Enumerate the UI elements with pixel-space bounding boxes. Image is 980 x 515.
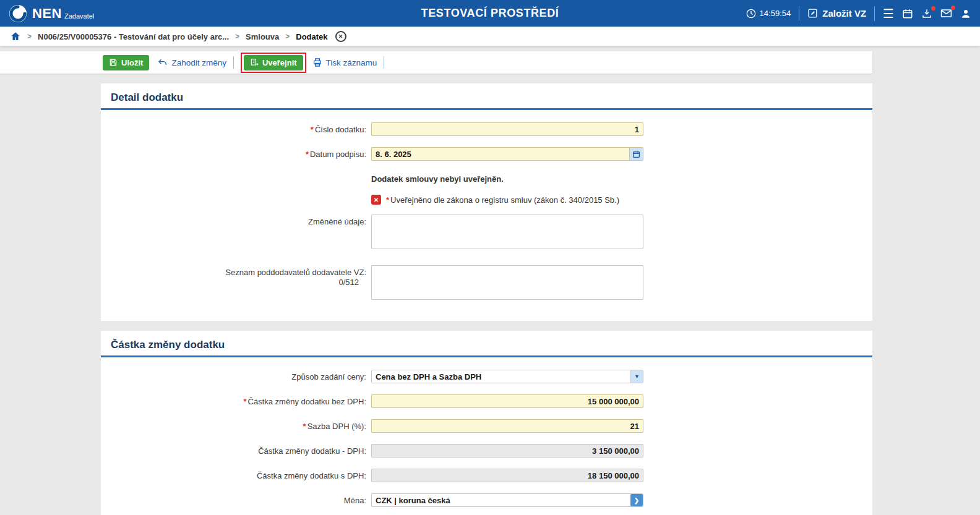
discard-changes-label: Zahodit změny [171,58,226,67]
field-row-castka-s-dph: Částka změny dodatku s DPH: [101,469,872,482]
detail-dodatku-panel: Detail dodatku *Číslo dodatku: *Datum po… [101,83,872,321]
required-marker: * [386,195,389,205]
printer-icon [312,57,322,67]
mail-icon[interactable] [940,7,952,19]
chevron-down-icon: ▼ [630,370,643,383]
field-row-cislo-dodatku: *Číslo dodatku: [101,122,872,136]
field-row-zpusob-zadani-ceny: Způsob zadání ceny: Cena bez DPH a Sazba… [101,370,872,383]
mail-notification-badge [951,6,955,10]
undo-icon [158,57,168,67]
toolbar-divider [233,56,234,69]
create-vz-label: Založit VZ [822,8,866,19]
castka-s-dph-readonly [371,469,643,482]
seznam-poddodavatelu-label: Seznam poddodavatelů dodavatele VZ: 0/51… [101,265,371,302]
edit-square-icon [807,8,818,19]
panel-title: Částka změny dodatku [101,331,872,355]
cislo-dodatku-label: *Číslo dodatku: [101,122,371,136]
field-row-datum-podpisu: *Datum podpisu: [101,147,872,161]
field-row-seznam-poddodavatelu: Seznam poddodavatelů dodavatele VZ: 0/51… [101,265,872,302]
header-divider [799,6,799,21]
sazba-dph-label: *Sazba DPH (%): [101,419,371,433]
brand-name: NEN [32,7,62,20]
registr-smluv-label: *Uveřejněno dle zákona o registru smluv … [386,195,619,205]
record-toolbar: Uložit Zahodit změny Uveřejnit Tisk zázn… [0,51,872,74]
download-notification-badge [931,6,935,11]
datum-podpisu-input[interactable] [372,148,629,160]
toolbar-divider [384,56,384,69]
field-row-zmenene-udaje: Změněné údaje: [101,215,872,252]
environment-title: TESTOVACÍ PROSTŘEDÍ [421,7,559,20]
publish-highlight-annotation: Uveřejnit [241,53,306,73]
header-divider [874,6,875,21]
row-registr-smluv: ✕ *Uveřejněno dle zákona o registru smlu… [101,194,872,205]
calendar-icon[interactable] [902,8,913,19]
breadcrumb-separator: > [235,32,239,41]
discard-changes-button[interactable]: Zahodit změny [158,57,226,67]
brand-subtitle: Zadavatel [64,12,94,20]
panel-title: Detail dodatku [101,83,872,108]
castka-bez-dph-label: *Částka změny dodatku bez DPH: [101,394,371,408]
zmenene-udaje-label: Změněné údaje: [101,215,371,252]
zpusob-zadani-ceny-label: Způsob zadání ceny: [101,370,371,383]
datepicker-calendar-icon[interactable] [629,148,643,160]
save-icon [109,58,118,67]
selected-option: Cena bez DPH a Sazba DPH [372,372,630,381]
user-icon[interactable] [960,8,971,19]
error-x-icon[interactable]: ✕ [371,195,381,205]
publish-button[interactable]: Uveřejnit [244,55,303,70]
field-row-mena: Měna: CZK | koruna česká ❯ [101,493,872,507]
download-icon[interactable] [921,8,932,19]
create-vz-button[interactable]: Založit VZ [807,8,866,19]
field-row-sazba-dph: *Sazba DPH (%): [101,419,872,433]
nen-logo[interactable]: NEN Zadavatel [9,4,94,23]
char-counter: 0/512 [338,278,366,287]
save-label: Uložit [121,58,143,67]
row-not-published-note: Dodatek smlouvy nebyl uveřejněn. [101,172,872,184]
session-time: 14:59:54 [746,9,791,19]
mena-picker[interactable]: CZK | koruna česká ❯ [371,493,643,507]
cislo-dodatku-input[interactable] [371,122,643,136]
publish-icon [250,58,259,67]
seznam-poddodavatelu-textarea[interactable] [371,265,643,300]
app-header: NEN Zadavatel TESTOVACÍ PROSTŘEDÍ 14:59:… [0,0,980,27]
selected-currency: CZK | koruna česká [372,496,630,505]
field-row-castka-dph: Částka změny dodatku - DPH: [101,444,872,458]
mena-label: Měna: [101,493,371,507]
breadcrumb-separator: > [285,32,290,41]
breadcrumb-separator: > [27,32,32,41]
zmenene-udaje-textarea[interactable] [371,215,643,249]
datum-podpisu-label: *Datum podpisu: [101,147,371,161]
castka-bez-dph-input[interactable] [371,394,643,408]
castka-zmeny-panel: Částka změny dodatku Způsob zadání ceny:… [101,331,872,515]
home-icon[interactable] [10,31,21,42]
menu-icon[interactable]: ☰ [883,7,894,20]
zpusob-zadani-ceny-select[interactable]: Cena bez DPH a Sazba DPH ▼ [371,370,643,383]
breadcrumb: > N006/25/V00005376 - Testování dat pro … [0,27,980,46]
required-marker: * [311,125,314,134]
close-icon[interactable]: ✕ [335,31,346,42]
required-marker: * [303,422,306,431]
required-marker: * [243,397,246,406]
breadcrumb-item-dodatek[interactable]: Dodatek [296,32,327,41]
clock-icon [746,9,756,19]
chevron-right-icon: ❯ [630,494,643,506]
publish-label: Uveřejnit [262,58,297,67]
nen-logo-icon [9,4,27,23]
time-value: 14:59:54 [760,9,791,18]
not-published-note: Dodatek smlouvy nebyl uveřejněn. [371,172,504,184]
save-button[interactable]: Uložit [103,55,149,70]
breadcrumb-item-zakazka[interactable]: N006/25/V00005376 - Testování dat pro úč… [38,32,229,41]
castka-s-dph-label: Částka změny dodatku s DPH: [101,469,371,482]
print-record-button[interactable]: Tisk záznamu [312,57,377,67]
sazba-dph-input[interactable] [371,419,643,433]
required-marker: * [306,150,309,159]
field-row-castka-bez-dph: *Částka změny dodatku bez DPH: [101,394,872,408]
castka-dph-readonly [371,444,643,458]
breadcrumb-item-smlouva[interactable]: Smlouva [246,32,279,41]
print-record-label: Tisk záznamu [326,58,377,67]
castka-dph-label: Částka změny dodatku - DPH: [101,444,371,458]
datum-podpisu-field [371,147,643,161]
